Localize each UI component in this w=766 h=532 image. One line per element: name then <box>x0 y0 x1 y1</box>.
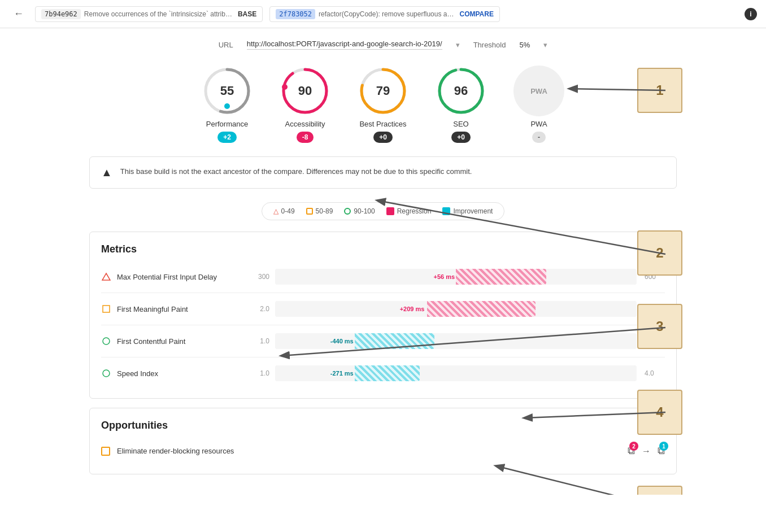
base-commit-hash[interactable]: 7b94e962 <box>41 9 81 19</box>
metric-name-fcp: First Contentful Paint <box>117 337 241 346</box>
legend-item-50-89: 50-89 <box>306 207 333 215</box>
warning-banner: ▲ This base build is not the exact ances… <box>89 156 677 189</box>
score-value-accessibility: 90 <box>298 84 312 98</box>
score-badge-performance: +2 <box>217 132 237 143</box>
info-icon[interactable]: i <box>745 8 757 20</box>
opportunity-compare-btn[interactable]: ⧉ 1 <box>658 445 665 457</box>
score-label-performance: Performance <box>206 120 248 128</box>
annotation-box-1: 1 <box>637 68 682 113</box>
metric-icon-max-fid <box>101 272 111 282</box>
threshold-label: Threshold <box>473 41 506 49</box>
legend-square-icon <box>306 208 313 215</box>
score-circle-best-practices: 79 <box>358 66 408 116</box>
score-value-best-practices: 79 <box>376 84 390 98</box>
back-button[interactable]: ← <box>9 6 28 22</box>
legend-label-0-49: 0-49 <box>281 207 295 215</box>
metric-bar-fill-fcp <box>355 333 434 349</box>
base-commit-label: BASE <box>238 10 256 18</box>
metric-bar-fmp: +209 ms <box>275 301 637 317</box>
annotation-box-5: 5 <box>637 486 682 495</box>
metric-icon-speed-index <box>101 368 111 378</box>
metric-bar-label-fmp: +209 ms <box>400 306 425 312</box>
pwa-circle: PWA <box>513 66 564 116</box>
metric-bar-fill-speed-index <box>355 365 420 381</box>
metric-bar-fill-fmp <box>427 301 536 317</box>
warning-icon: ▲ <box>101 166 112 179</box>
legend-regression-icon <box>386 207 394 215</box>
arrow-icon: → <box>642 446 651 456</box>
opportunity-row-0: Eliminate render-blocking resources ⧉ 2 … <box>101 439 665 463</box>
threshold-dropdown-arrow[interactable]: ▾ <box>543 41 547 49</box>
legend-label-90-100: 90-100 <box>354 207 375 215</box>
metric-left-fcp: 1.0 <box>247 337 269 345</box>
legend-label-regression: Regression <box>397 207 432 215</box>
main-content: URL http://localhost:PORT/javascript-and… <box>72 28 694 495</box>
metric-row-max-fid: Max Potential First Input Delay 300 +56 … <box>101 263 665 290</box>
metric-left-speed-index: 1.0 <box>247 369 269 377</box>
score-label-seo: SEO <box>453 120 468 128</box>
svg-point-2 <box>224 103 230 109</box>
opportunity-name-0: Eliminate render-blocking resources <box>117 447 621 455</box>
legend-item-90-100: 90-100 <box>344 207 375 215</box>
annotation-box-3: 3 <box>637 304 682 349</box>
metric-name-max-fid: Max Potential First Input Delay <box>117 273 241 281</box>
legend-item-improvement: Improvement <box>442 207 493 215</box>
legend-item-0-49: △ 0-49 <box>273 207 295 215</box>
score-item-seo: 96 SEO +0 <box>436 66 486 143</box>
metric-bar-label-max-fid: +56 ms <box>433 273 455 280</box>
score-circle-accessibility: 90 <box>280 66 330 116</box>
url-value[interactable]: http://localhost:PORT/javascript-and-goo… <box>247 40 442 50</box>
metric-right-speed-index: 4.0 <box>642 369 665 377</box>
metric-row-fcp: First Contentful Paint 1.0 -440 ms 4.0 <box>101 328 665 355</box>
scores-row: 55 Performance +2 90 Accessibility -8 <box>89 66 677 143</box>
metric-left-fmp: 2.0 <box>247 305 269 313</box>
metric-row-speed-index: Speed Index 1.0 -271 ms 4.0 <box>101 360 665 387</box>
url-dropdown-arrow[interactable]: ▾ <box>456 41 460 49</box>
opportunity-base-btn[interactable]: ⧉ 2 <box>628 445 635 457</box>
metrics-title: Metrics <box>101 243 665 255</box>
annotation-box-2: 2 <box>637 230 682 276</box>
score-label-accessibility: Accessibility <box>285 120 325 128</box>
score-item-accessibility: 90 Accessibility -8 <box>280 66 330 143</box>
legend-label-improvement: Improvement <box>453 207 493 215</box>
score-circle-performance: 55 <box>202 66 253 116</box>
annotation-box-4: 4 <box>637 390 682 435</box>
legend: △ 0-49 50-89 90-100 Regression Improveme… <box>262 202 505 220</box>
warning-text: This base build is not the exact ancesto… <box>120 166 472 177</box>
metric-bar-label-speed-index: -271 ms <box>330 370 354 377</box>
score-badge-accessibility: -8 <box>297 132 314 143</box>
score-item-best-practices: 79 Best Practices +0 <box>358 66 408 143</box>
metric-name-speed-index: Speed Index <box>117 369 241 378</box>
metric-name-fmp: First Meaningful Paint <box>117 305 241 313</box>
legend-label-50-89: 50-89 <box>316 207 333 215</box>
score-badge-seo: +0 <box>451 132 471 143</box>
metric-icon-fcp <box>101 336 111 346</box>
score-label-pwa: PWA <box>530 120 547 128</box>
opportunity-actions-0: ⧉ 2 → ⧉ 1 <box>628 445 665 457</box>
opportunities-section: Opportunities Eliminate render-blocking … <box>89 408 677 474</box>
svg-marker-10 <box>102 273 110 280</box>
url-bar: URL http://localhost:PORT/javascript-and… <box>89 40 677 50</box>
legend-item-regression: Regression <box>386 207 432 215</box>
url-label: URL <box>219 41 233 49</box>
base-commit-message: Remove occurrences of the `intrinsicsize… <box>84 10 232 18</box>
base-commit-pill: 7b94e962 Remove occurrences of the `intr… <box>35 6 263 22</box>
svg-point-13 <box>103 370 110 377</box>
score-circle-seo: 96 <box>436 66 486 116</box>
opportunities-title: Opportunities <box>101 420 665 431</box>
metric-left-max-fid: 300 <box>247 273 269 281</box>
score-badge-best-practices: +0 <box>373 132 393 143</box>
header-bar: ← 7b94e962 Remove occurrences of the `in… <box>0 0 766 28</box>
compare-count-badge: 1 <box>659 442 668 451</box>
score-item-performance: 55 Performance +2 <box>202 66 253 143</box>
compare-commit-hash[interactable]: 2f783052 <box>276 9 315 19</box>
opportunity-icon-0 <box>101 447 110 456</box>
svg-rect-11 <box>103 306 110 312</box>
compare-commit-pill: 2f783052 refactor(CopyCode): remove supe… <box>269 6 500 22</box>
score-value-seo: 96 <box>454 84 468 98</box>
metric-bar-fcp: -440 ms <box>275 333 637 349</box>
threshold-value[interactable]: 5% <box>519 41 530 49</box>
svg-point-5 <box>282 84 288 90</box>
base-count-badge: 2 <box>629 442 638 451</box>
score-value-performance: 55 <box>220 84 234 98</box>
